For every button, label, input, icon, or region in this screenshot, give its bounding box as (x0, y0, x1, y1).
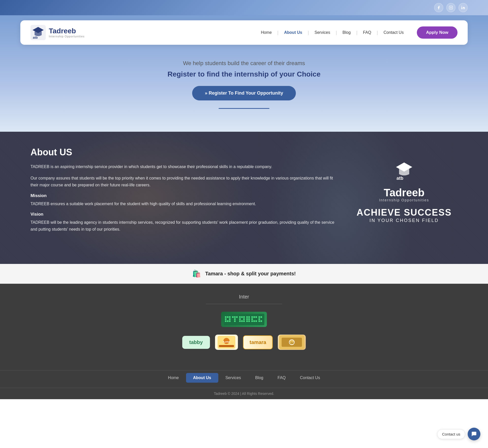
instagram-icon[interactable] (446, 3, 455, 12)
svg-text:atb: atb (33, 36, 38, 39)
nav-home[interactable]: Home (255, 30, 277, 35)
svg-rect-18 (234, 316, 236, 318)
nav-services[interactable]: Services (309, 30, 336, 35)
about-right: atb Tadreeb Internship Opportunities ACH… (351, 147, 458, 237)
svg-rect-31 (248, 316, 250, 318)
copyright: Tadreeb © 2024 | All Rights Reserved. (0, 388, 488, 399)
svg-rect-40 (251, 320, 253, 322)
nav-faq[interactable]: FAQ (357, 30, 377, 35)
svg-text:atb: atb (396, 176, 403, 181)
nav-blog[interactable]: Blog (337, 30, 356, 35)
brand-sub-white: Internship Opportunities (379, 198, 429, 202)
svg-rect-37 (253, 316, 255, 318)
svg-rect-20 (234, 318, 236, 320)
tamara-banner[interactable]: 🛍️ Tamara - shop & split your payments! (0, 264, 488, 284)
payment-logos: tabby ميسرة tamara تمارا (20, 335, 468, 350)
nav-links: Home | About Us | Services | Blog | FAQ … (255, 30, 409, 35)
nav-contact[interactable]: Contact Us (378, 30, 409, 35)
partners-label: Inter (20, 294, 468, 300)
svg-rect-14 (225, 320, 226, 322)
hero-main-text: Register to find the internship of your … (20, 70, 468, 78)
about-section: About US TADREEB is an aspiring internsh… (0, 132, 488, 264)
tamara-logo[interactable]: tamara (243, 335, 273, 349)
footer-nav-blog[interactable]: Blog (248, 373, 270, 383)
about-para2: Our company assures that students will b… (30, 175, 336, 188)
svg-rect-47 (258, 320, 260, 322)
svg-rect-42 (255, 320, 257, 322)
about-vision-title: Vision (30, 212, 336, 217)
linkedin-icon[interactable] (459, 3, 468, 12)
copyright-text: Tadreeb © 2024 | All Rights Reserved. (214, 392, 274, 396)
partners-main-logo (20, 312, 468, 327)
logo-text: Tadreeb Internship Opportunities (49, 27, 85, 38)
svg-text:ميسرة: ميسرة (223, 340, 230, 343)
svg-rect-10 (227, 316, 228, 318)
svg-rect-28 (241, 320, 243, 322)
hero-subtitle: We help students build the career of the… (20, 60, 468, 67)
footer-nav-contact[interactable]: Contact Us (293, 373, 327, 383)
tamara-text: Tamara - shop & split your payments! (205, 271, 296, 277)
svg-rect-26 (243, 318, 245, 320)
svg-rect-43 (258, 316, 260, 318)
footer-nav: Home About Us Services Blog FAQ Contact … (0, 370, 488, 388)
tamara-icon: 🛍️ (192, 270, 201, 278)
svg-rect-36 (251, 316, 253, 318)
footer-nav-about[interactable]: About Us (186, 373, 218, 383)
second-partner-logo[interactable]: ميسرة (215, 335, 238, 350)
svg-rect-44 (261, 316, 262, 318)
partners-section: Inter (0, 284, 488, 370)
about-mission-text: TADREEB ensures a suitable work placemen… (30, 200, 336, 207)
nav-about[interactable]: About Us (279, 30, 308, 35)
brand-name-white: Tadreeb (384, 187, 424, 198)
svg-rect-12 (225, 318, 226, 320)
navbar: atb Tadreeb Internship Opportunities Hom… (20, 20, 468, 45)
svg-rect-34 (246, 320, 248, 322)
about-content: About US TADREEB is an aspiring internsh… (0, 132, 488, 252)
fourth-partner-logo[interactable]: تمارا (278, 335, 306, 350)
svg-rect-32 (246, 318, 248, 320)
about-vision-text: TADREEB will be the leading agency in st… (30, 219, 336, 233)
svg-rect-41 (253, 320, 255, 322)
footer-nav-services[interactable]: Services (218, 373, 248, 383)
svg-rect-19 (236, 316, 238, 318)
hero-highlight: Choice (297, 70, 321, 78)
svg-rect-38 (255, 316, 257, 318)
register-button[interactable]: » Register To Find Your Opportunity (192, 86, 296, 100)
svg-rect-11 (229, 316, 231, 318)
svg-rect-30 (246, 316, 248, 318)
svg-rect-51 (219, 345, 234, 347)
svg-rect-15 (227, 320, 228, 322)
svg-rect-39 (251, 318, 253, 320)
facebook-icon[interactable] (434, 3, 443, 12)
svg-rect-9 (225, 316, 226, 318)
svg-rect-17 (232, 316, 234, 318)
brand-slogan1: ACHIEVE SUCCESS (357, 207, 452, 218)
logo[interactable]: atb Tadreeb Internship Opportunities (30, 25, 85, 40)
svg-rect-0 (449, 6, 452, 9)
footer-nav-home[interactable]: Home (161, 373, 186, 383)
hero-section: We help students build the career of the… (20, 57, 468, 116)
apply-now-button[interactable]: Apply Now (417, 26, 458, 39)
about-title: About US (30, 147, 336, 158)
svg-rect-33 (248, 318, 250, 320)
about-para1: TADREEB is an aspiring internship servic… (30, 163, 336, 170)
logo-icon: atb (30, 25, 46, 40)
svg-rect-27 (239, 320, 241, 322)
svg-rect-46 (261, 320, 262, 322)
social-bar (0, 0, 488, 15)
svg-rect-25 (239, 318, 241, 320)
about-left: About US TADREEB is an aspiring internsh… (30, 147, 336, 237)
svg-text:تمارا: تمارا (289, 341, 294, 344)
hero-divider (219, 108, 269, 109)
svg-rect-35 (248, 320, 250, 322)
tabby-logo[interactable]: tabby (182, 336, 210, 349)
svg-rect-23 (241, 316, 243, 318)
about-mission-title: Mission (30, 193, 336, 198)
brand-slogan2: IN YOUR CHOSEN FIELD (370, 218, 439, 223)
header-section: atb Tadreeb Internship Opportunities Hom… (0, 15, 488, 132)
brand-logo-white: atb (394, 161, 414, 182)
footer-nav-faq[interactable]: FAQ (270, 373, 293, 383)
svg-rect-16 (229, 320, 231, 322)
logo-subtitle: Internship Opportunities (49, 35, 85, 38)
svg-rect-13 (229, 318, 231, 320)
